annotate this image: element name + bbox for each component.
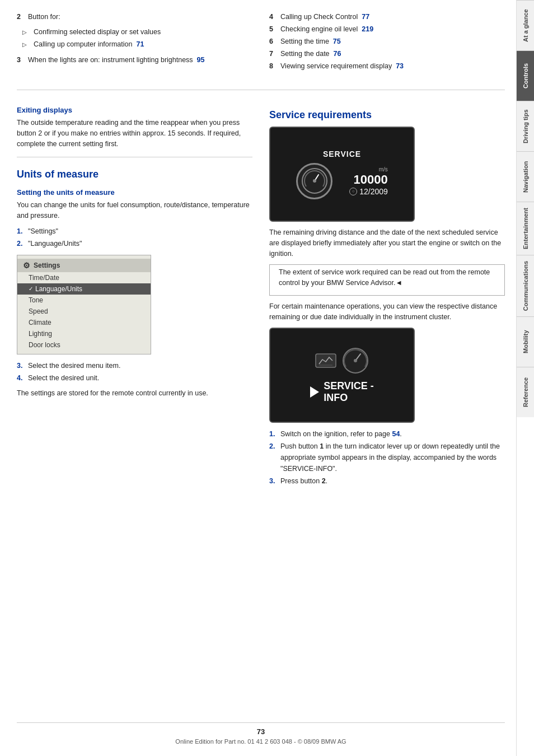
exiting-displays-section: Exiting displays The outside temperature… xyxy=(17,106,252,149)
tab-navigation[interactable]: Navigation xyxy=(517,151,534,202)
setting-units-title: Setting the units of measure xyxy=(17,188,252,197)
note-box: The extent of service work required can … xyxy=(269,264,505,296)
list-item-7: 7 Setting the date 76 xyxy=(269,48,505,59)
list-item-6: 6 Setting the time 75 xyxy=(269,36,505,47)
step-4-unit: 4. Select the desired unit. xyxy=(17,372,252,384)
tab-at-a-glance[interactable]: At a glance xyxy=(517,0,534,50)
exiting-displays-body: The outside temperature reading and the … xyxy=(17,118,252,149)
distance-value: 10000 xyxy=(354,172,388,187)
sidebar-tabs: At a glance Controls Driving tips Naviga… xyxy=(516,0,534,756)
service-description-1: The remaining driving distance and the d… xyxy=(269,227,505,259)
tab-entertainment[interactable]: Entertainment xyxy=(517,202,534,255)
speedometer-svg xyxy=(301,167,329,195)
bullet-list: Confirming selected display or set value… xyxy=(22,27,252,50)
step-3-menu: 3. Select the desired menu item. xyxy=(17,360,252,371)
service-step-2: 2. Push button 1 in the turn indicator l… xyxy=(269,441,505,474)
list-item-5: 5 Checking engine oil level 219 xyxy=(269,24,505,35)
units-of-measure-title: Units of measure xyxy=(17,169,252,180)
service-display-1: SERVICE xyxy=(269,127,415,222)
units-steps-after: 3. Select the desired menu item. 4. Sele… xyxy=(17,360,252,384)
list-item-8: 8 Viewing service requirement display 73 xyxy=(269,60,505,72)
instrument-icons xyxy=(315,347,369,375)
service-step-1: 1. Switch on the ignition, refer to page… xyxy=(269,428,505,440)
service-steps: 1. Switch on the ignition, refer to page… xyxy=(269,428,505,487)
menu-item-climate: Climate xyxy=(17,317,151,328)
tab-mobility[interactable]: Mobility xyxy=(517,316,534,367)
settings-menu-image: ⚙ Settings Time/Date Language/Units Tone… xyxy=(17,255,151,354)
service-requirements-title: Service requirements xyxy=(269,109,505,121)
menu-item-language: Language/Units xyxy=(17,283,151,295)
service-description-2: For certain maintenance operations, you … xyxy=(269,301,505,323)
list-item-4: 4 Calling up Check Control 77 xyxy=(269,11,505,22)
exiting-displays-title: Exiting displays xyxy=(17,106,252,114)
service-info-text: SERVICE -INFO xyxy=(310,380,374,404)
footer-text: Online Edition for Part no. 01 41 2 603 … xyxy=(17,738,505,745)
left-gauge-svg xyxy=(315,349,337,372)
note-text: The extent of service work required can … xyxy=(279,267,500,288)
left-column: Exiting displays The outside temperature… xyxy=(17,98,252,711)
bullet-item-confirm: Confirming selected display or set value… xyxy=(22,27,252,38)
step-1-settings: 1. "Settings" xyxy=(17,226,252,237)
right-column: Service requirements SERVICE xyxy=(269,98,505,711)
bullet-item-computer: Calling up computer information 71 xyxy=(22,39,252,50)
top-section: 2 Button for: Confirming selected displa… xyxy=(17,11,505,76)
units-steps-before: 1. "Settings" 2. "Language/Units" xyxy=(17,226,252,249)
step-2-language: 2. "Language/Units" xyxy=(17,238,252,249)
date-value: 12/2009 xyxy=(359,187,388,196)
gauge-area-1: m/s 10000 ○ 12/2009 xyxy=(296,163,388,199)
unit-label: m/s xyxy=(379,166,388,172)
menu-item-lighting: Lighting xyxy=(17,328,151,339)
menu-header: ⚙ Settings xyxy=(17,259,151,272)
service-step-3: 3. Press button 2. xyxy=(269,475,505,487)
menu-item-timedate: Time/Date xyxy=(17,272,151,283)
clock-icon: ○ xyxy=(349,188,357,195)
list-item-2: 2 Button for: xyxy=(17,11,252,22)
top-left: 2 Button for: Confirming selected displa… xyxy=(17,11,252,76)
service-display-2: SERVICE -INFO xyxy=(269,328,415,423)
service-display-top-row xyxy=(315,347,369,375)
units-of-measure-section: Units of measure Setting the units of me… xyxy=(17,169,252,398)
service-info-area: m/s 10000 ○ 12/2009 xyxy=(349,166,388,196)
page-footer: 73 Online Edition for Part no. 01 41 2 6… xyxy=(17,722,505,745)
tab-driving-tips[interactable]: Driving tips xyxy=(517,101,534,151)
svg-point-2 xyxy=(313,179,316,183)
page-number: 73 xyxy=(17,727,505,736)
menu-item-doorlocks: Door locks xyxy=(17,339,151,351)
tab-communications[interactable]: Communications xyxy=(517,255,534,316)
tab-reference[interactable]: Reference xyxy=(517,367,534,417)
service-label-1: SERVICE xyxy=(323,150,361,158)
list-item-3: 3 When the lights are on: instrument lig… xyxy=(17,54,252,66)
speedometer-icon xyxy=(296,163,332,199)
menu-item-speed: Speed xyxy=(17,306,151,317)
units-closing: The settings are stored for the remote c… xyxy=(17,388,252,399)
service-requirements-section: Service requirements SERVICE xyxy=(269,109,505,487)
service-info-play-icon xyxy=(310,386,319,398)
tab-controls[interactable]: Controls xyxy=(517,50,534,101)
svg-point-7 xyxy=(354,359,357,362)
speedometer2-svg xyxy=(341,347,369,375)
units-intro: You can change the units for fuel consum… xyxy=(17,200,252,221)
menu-item-tone: Tone xyxy=(17,295,151,306)
top-right: 4 Calling up Check Control 77 5 Checking… xyxy=(269,11,505,76)
